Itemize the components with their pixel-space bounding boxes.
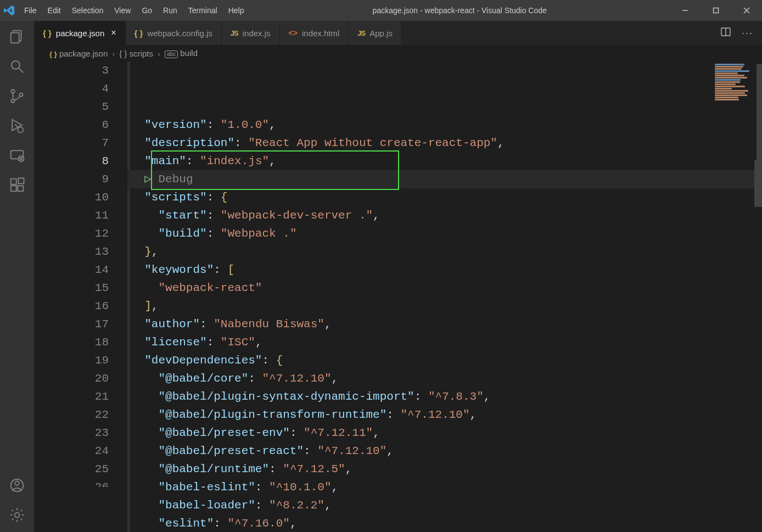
menu-go[interactable]: Go <box>136 6 158 15</box>
source-control-icon[interactable] <box>9 88 25 107</box>
code-line[interactable]: "scripts": { <box>131 188 762 206</box>
line-number: 3 <box>34 61 109 80</box>
breadcrumb-build[interactable]: abc build <box>165 48 198 58</box>
menu-bar: FileEditSelectionViewGoRunTerminalHelp <box>19 6 249 15</box>
menu-run[interactable]: Run <box>158 6 183 15</box>
code-content[interactable]: "version": "1.0.0", "description": "Reac… <box>127 61 762 532</box>
line-number: 14 <box>34 261 109 279</box>
svg-rect-21 <box>19 178 24 184</box>
svg-rect-20 <box>18 186 23 191</box>
maximize-button[interactable] <box>701 0 731 21</box>
extensions-icon[interactable] <box>9 177 25 195</box>
minimap-line <box>715 88 732 89</box>
minimap-line <box>715 64 744 65</box>
code-editor[interactable]: 3456789101112131415161718192021222324252… <box>34 61 762 532</box>
code-line[interactable]: "@babel/preset-env": "^7.12.11", <box>131 424 762 442</box>
code-line[interactable]: "@babel/core": "^7.12.10", <box>131 369 762 388</box>
close-button[interactable] <box>731 0 762 21</box>
search-icon[interactable] <box>9 58 25 77</box>
remote-icon[interactable] <box>9 147 25 166</box>
code-line[interactable]: "devDependencies": { <box>131 351 762 369</box>
svg-point-9 <box>11 99 14 103</box>
code-line[interactable]: "babel-loader": "^8.2.2", <box>131 496 762 514</box>
minimap-line <box>715 90 748 92</box>
minimize-button[interactable] <box>670 0 701 21</box>
title-bar: FileEditSelectionViewGoRunTerminalHelp p… <box>0 0 762 21</box>
menu-file[interactable]: File <box>19 6 42 15</box>
tab-package-json[interactable]: { }package.json× <box>34 21 126 45</box>
activity-bar <box>0 21 34 532</box>
code-line[interactable]: ▷ Debug <box>131 170 762 188</box>
code-line[interactable]: "webpack-react" <box>131 279 762 297</box>
code-line[interactable]: ], <box>131 297 762 315</box>
code-line[interactable]: "@babel/runtime": "^7.12.5", <box>131 460 762 478</box>
svg-rect-19 <box>11 186 16 191</box>
minimap-line <box>715 70 749 72</box>
split-editor-icon[interactable] <box>721 27 731 39</box>
tab-close-icon[interactable]: × <box>111 28 116 38</box>
code-line[interactable]: "babel-eslint": "^10.1.0", <box>131 478 762 496</box>
minimap-line <box>715 66 743 68</box>
breadcrumb[interactable]: { } package.json›{ } scripts›abc build <box>34 45 762 61</box>
line-number: 21 <box>34 388 109 406</box>
breadcrumb-scripts[interactable]: { } scripts <box>119 49 153 58</box>
line-number: 18 <box>34 333 109 351</box>
menu-help[interactable]: Help <box>223 6 250 15</box>
code-line[interactable]: "version": "1.0.0", <box>131 116 762 134</box>
minimap-line <box>715 72 738 74</box>
minimap-line <box>715 94 747 96</box>
window-controls <box>670 0 762 21</box>
minimap[interactable] <box>713 61 757 160</box>
code-line[interactable]: "start": "webpack-dev-server .", <box>131 206 762 225</box>
code-line[interactable]: "author": "Nabendu Biswas", <box>131 315 762 333</box>
line-number: 10 <box>34 188 109 206</box>
code-line[interactable]: "eslint": "^7.16.0", <box>131 514 762 532</box>
line-number: 7 <box>34 134 109 152</box>
accounts-icon[interactable] <box>9 477 25 496</box>
svg-rect-1 <box>714 8 719 13</box>
minimap-line <box>715 77 747 79</box>
svg-point-23 <box>15 481 19 486</box>
editor-tabs: { }package.json×{ }webpack.config.jsJSin… <box>34 21 762 45</box>
code-line[interactable]: "@babel/plugin-syntax-dynamic-import": "… <box>131 388 762 406</box>
settings-gear-icon[interactable] <box>9 507 25 525</box>
run-debug-icon[interactable] <box>9 117 25 136</box>
minimap-line <box>715 99 739 100</box>
svg-line-13 <box>15 125 18 127</box>
menu-edit[interactable]: Edit <box>42 6 66 15</box>
menu-selection[interactable]: Selection <box>66 6 109 15</box>
code-line[interactable]: "@babel/plugin-transform-runtime": "^7.1… <box>131 406 762 424</box>
minimap-line <box>715 68 742 70</box>
line-number: 9 <box>34 170 109 188</box>
code-line[interactable]: }, <box>131 243 762 261</box>
tab-App-js[interactable]: JSApp.js <box>349 21 402 45</box>
more-actions-icon[interactable]: ··· <box>742 27 753 39</box>
chevron-right-icon: › <box>158 49 160 58</box>
code-line[interactable]: "keywords": [ <box>131 261 762 279</box>
code-line[interactable]: "description": "React App without create… <box>131 134 762 152</box>
line-number: 20 <box>34 369 109 388</box>
menu-terminal[interactable]: Terminal <box>183 6 223 15</box>
code-line[interactable]: "license": "ISC", <box>131 333 762 351</box>
tab-index-html[interactable]: <>index.html <box>280 21 349 45</box>
menu-view[interactable]: View <box>109 6 136 15</box>
line-number: 5 <box>34 98 109 116</box>
minimap-line <box>715 86 745 87</box>
line-number: 19 <box>34 351 109 369</box>
code-line[interactable]: "build": "Webpack ." <box>131 225 762 243</box>
minimap-line <box>715 92 745 94</box>
tab-index-js[interactable]: JSindex.js <box>222 21 280 45</box>
svg-point-6 <box>12 61 20 69</box>
breadcrumb-package-json[interactable]: { } package.json <box>49 49 108 58</box>
tab-webpack-config-js[interactable]: { }webpack.config.js <box>126 21 222 45</box>
code-line[interactable]: "@babel/preset-react": "^7.12.10", <box>131 442 762 460</box>
line-number: 23 <box>34 424 109 442</box>
line-number: 15 <box>34 279 109 297</box>
line-number: 4 <box>34 80 109 98</box>
explorer-icon[interactable] <box>9 29 25 47</box>
line-number: 22 <box>34 406 109 424</box>
line-number: 12 <box>34 225 109 243</box>
line-number-gutter: 3456789101112131415161718192021222324252… <box>34 61 127 532</box>
minimap-line <box>715 79 741 81</box>
code-line[interactable]: "main": "index.js", <box>131 152 762 170</box>
